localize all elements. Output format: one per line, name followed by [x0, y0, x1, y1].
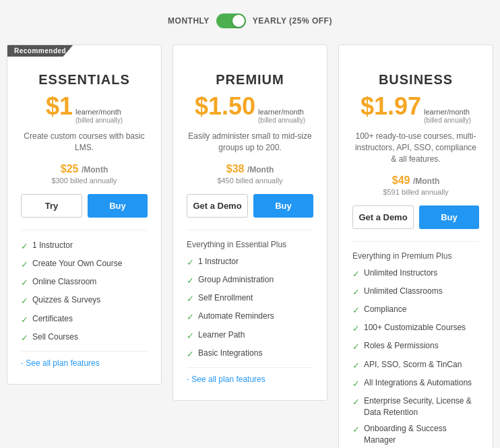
plan-name-business: BUSINESS: [352, 72, 479, 88]
feature-text: Certificates: [32, 313, 73, 325]
btn-buy-essentials[interactable]: Buy: [88, 194, 148, 218]
plan-annually-essentials: $300 billed annually: [21, 177, 148, 185]
see-all-link-premium[interactable]: - See all plan features: [187, 367, 313, 384]
check-icon: ✓: [21, 314, 28, 326]
feature-text: Online Classroom: [32, 276, 96, 288]
check-icon: ✓: [187, 348, 194, 360]
check-icon: ✓: [352, 323, 360, 335]
plan-buttons-business: Get a DemoBuy: [352, 205, 479, 229]
plan-buttons-premium: Get a DemoBuy: [187, 194, 313, 218]
features-header-premium: Everything in Essential Plus: [187, 240, 313, 249]
feature-item: ✓ 100+ Customizable Courses: [352, 322, 479, 335]
feature-text: API, SSO, Scorm & TinCan: [364, 359, 462, 371]
check-icon: ✓: [352, 268, 360, 280]
feature-text: Onboarding & Success Manager: [364, 423, 479, 446]
plan-price-row-business: $1.97 learner/month (billed annually): [352, 94, 479, 124]
feature-text: Unlimited Instructors: [364, 267, 437, 279]
check-icon: ✓: [21, 259, 28, 271]
feature-text: Enterprise Security, License & Data Rete…: [364, 395, 479, 418]
plan-description-essentials: Create custom courses with basic LMS.: [21, 131, 148, 154]
check-icon: ✓: [352, 424, 360, 436]
price-per-business: learner/month: [424, 108, 471, 117]
price-billed-premium: (billed annually): [258, 117, 305, 124]
check-icon: ✓: [352, 396, 360, 408]
check-icon: ✓: [21, 241, 28, 253]
divider-premium: [187, 230, 313, 230]
btn-try-essentials[interactable]: Try: [21, 194, 82, 218]
price-billed-business: (billed annually): [424, 117, 471, 124]
toggle-knob: [232, 15, 245, 27]
btn-buy-business[interactable]: Buy: [419, 205, 479, 229]
check-icon: ✓: [352, 378, 360, 390]
btn-get-a-demo-premium[interactable]: Get a Demo: [187, 194, 248, 218]
check-icon: ✓: [21, 277, 28, 289]
feature-item: ✓ Create Your Own Course: [21, 258, 148, 271]
check-icon: ✓: [352, 341, 360, 353]
check-icon: ✓: [352, 286, 360, 298]
recommended-badge: Recommended: [7, 45, 73, 57]
plans-container: RecommendedESSENTIALS $1 learner/month (…: [7, 44, 493, 448]
price-amount-premium: $1.50: [195, 94, 255, 119]
arrow-icon-essentials: -: [21, 359, 23, 366]
feature-text: Group Administration: [198, 274, 274, 286]
feature-item: ✓ Unlimited Instructors: [352, 267, 479, 280]
feature-item: ✓ 1 Instructor: [187, 256, 313, 269]
billing-toggle-switch[interactable]: [216, 13, 246, 28]
plan-card-essentials: RecommendedESSENTIALS $1 learner/month (…: [7, 44, 162, 385]
feature-text: 100+ Customizable Courses: [364, 322, 466, 333]
feature-text: Sell Courses: [32, 331, 78, 343]
feature-text: All Integrations & Automations: [364, 377, 472, 389]
plan-name-premium: PREMIUM: [187, 72, 313, 88]
btn-get-a-demo-business[interactable]: Get a Demo: [352, 205, 414, 229]
feature-item: ✓ Certificates: [21, 313, 148, 326]
feature-item: ✓ Sell Courses: [21, 331, 148, 344]
price-meta-essentials: learner/month (billed annually): [75, 108, 123, 124]
check-icon: ✓: [21, 295, 28, 307]
yearly-label: YEARLY (25% OFF): [253, 16, 332, 26]
feature-item: ✓ Basic Integrations: [187, 348, 313, 360]
check-icon: ✓: [21, 332, 28, 344]
feature-item: ✓ Learner Path: [187, 329, 313, 342]
check-icon: ✓: [187, 257, 194, 269]
check-icon: ✓: [187, 311, 194, 323]
feature-text: Compliance: [364, 304, 406, 315]
feature-list-premium: ✓ 1 Instructor ✓ Group Administration ✓ …: [187, 256, 313, 360]
feature-text: Learner Path: [198, 329, 245, 341]
see-all-text-premium: See all plan features: [191, 375, 265, 384]
billing-toggle: MONTHLY YEARLY (25% OFF): [168, 13, 332, 28]
feature-text: Basic Integrations: [198, 348, 262, 359]
price-amount-essentials: $1: [46, 94, 73, 119]
feature-text: Self Enrollment: [198, 292, 253, 304]
feature-item: ✓ Compliance: [352, 304, 479, 317]
price-per-premium: learner/month: [258, 108, 305, 117]
btn-buy-premium[interactable]: Buy: [253, 194, 313, 218]
feature-item: ✓ Online Classroom: [21, 276, 148, 289]
plan-description-business: 100+ ready-to-use courses, multi-instruc…: [352, 131, 479, 164]
monthly-label-essentials: /Month: [82, 165, 108, 174]
plan-description-premium: Easily administer small to mid-size grou…: [187, 131, 313, 154]
feature-text: Create Your Own Course: [32, 258, 122, 269]
arrow-icon-premium: -: [187, 375, 189, 383]
feature-item: ✓ Quizzes & Surveys: [21, 294, 148, 307]
feature-text: Automate Reminders: [198, 311, 274, 322]
feature-list-business: ✓ Unlimited Instructors ✓ Unlimited Clas…: [352, 267, 479, 447]
feature-item: ✓ Unlimited Classrooms: [352, 286, 479, 298]
feature-item: ✓ Roles & Permissions: [352, 340, 479, 353]
feature-list-essentials: ✓ 1 Instructor ✓ Create Your Own Course …: [21, 240, 148, 344]
check-icon: ✓: [187, 275, 194, 287]
feature-item: ✓ Onboarding & Success Manager: [352, 423, 479, 446]
features-header-business: Everything in Premium Plus: [352, 251, 479, 261]
plan-annually-business: $591 billed annually: [352, 188, 479, 196]
check-icon: ✓: [187, 293, 194, 305]
feature-text: Quizzes & Surveys: [32, 294, 100, 306]
feature-item: ✓ 1 Instructor: [21, 240, 148, 253]
price-amount-business: $1.97: [361, 94, 421, 119]
see-all-link-essentials[interactable]: - See all plan features: [21, 351, 148, 368]
plan-monthly-price-business: $49 /Month: [352, 174, 479, 187]
plan-card-business: BUSINESS $1.97 learner/month (billed ann…: [338, 44, 493, 448]
feature-item: ✓ All Integrations & Automations: [352, 377, 479, 390]
plan-buttons-essentials: TryBuy: [21, 194, 148, 218]
feature-text: Roles & Permissions: [364, 340, 439, 352]
plan-price-row-essentials: $1 learner/month (billed annually): [21, 94, 148, 124]
price-per-essentials: learner/month: [75, 108, 123, 117]
